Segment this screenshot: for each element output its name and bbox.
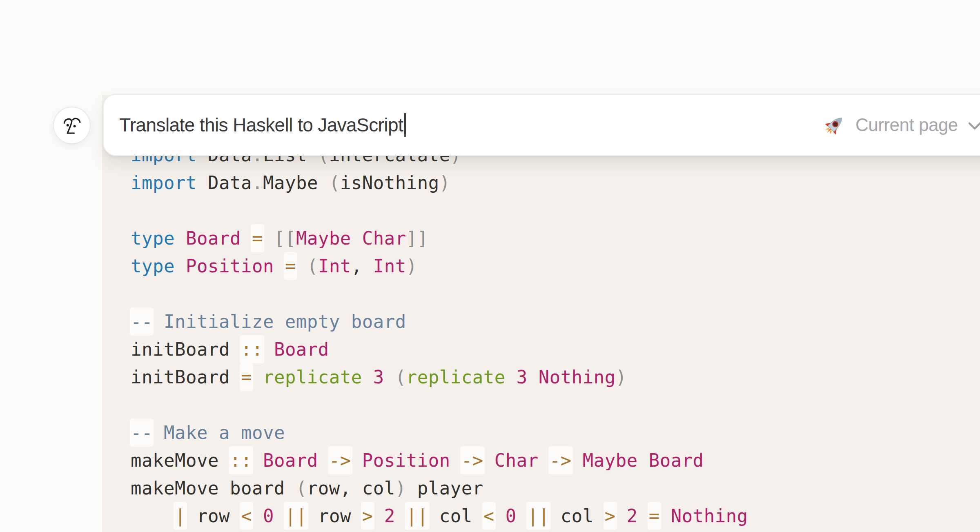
rocket-icon — [824, 114, 846, 136]
text-cursor — [404, 113, 406, 137]
code-line: import Data.Maybe (isNothing) — [131, 169, 748, 197]
code-line: -- Initialize empty board — [131, 308, 748, 336]
code-line: type Position = (Int, Int) — [131, 252, 748, 280]
assistant-logo-button[interactable] — [53, 107, 91, 144]
code-line: type Board = [[Maybe Char]] — [131, 225, 748, 252]
code-line — [131, 197, 748, 225]
prompt-text: Translate this Haskell to JavaScript — [119, 114, 403, 136]
code-block: import Data.List (intercalate)import Dat… — [131, 141, 748, 530]
scope-label: Current page — [855, 115, 958, 135]
code-line: | row < 0 || row > 2 || col < 0 || col >… — [131, 502, 748, 530]
code-line: makeMove :: Board -> Position -> Char ->… — [131, 447, 748, 474]
screen: import Data.List (intercalate)import Dat… — [0, 0, 980, 532]
code-line: makeMove board (row, col) player — [131, 474, 748, 502]
scope-selector[interactable]: Current page — [824, 95, 980, 155]
code-line: initBoard :: Board — [131, 336, 748, 363]
chevron-down-icon — [968, 119, 980, 131]
doodle-face-icon — [60, 113, 84, 138]
code-panel: import Data.List (intercalate)import Dat… — [102, 95, 980, 532]
code-line — [131, 280, 748, 308]
assistant-input-bar: Translate this Haskell to JavaScript — [103, 94, 980, 156]
code-line: initBoard = replicate 3 (replicate 3 Not… — [131, 363, 748, 391]
code-line — [131, 391, 748, 419]
code-line: -- Make a move — [131, 419, 748, 447]
